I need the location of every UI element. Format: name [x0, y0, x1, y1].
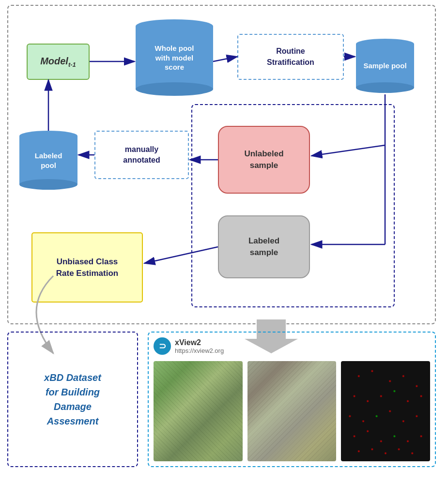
routine-label: Routine Stratification	[267, 46, 314, 68]
satellite-image-1	[154, 361, 243, 461]
bottom-section: xBD Dataset for Building Damage Assesmen…	[7, 332, 436, 479]
sample-pool-cylinder: Sample pool	[356, 39, 414, 93]
xview2-box: ⊃ xView2 https://xview2.org	[148, 332, 436, 467]
damage-map-image	[341, 361, 430, 461]
whole-pool-top	[136, 19, 213, 33]
routine-stratification-box: Routine Stratification	[237, 34, 344, 80]
whole-pool-body: Whole pool with model score	[136, 26, 213, 89]
diagram-container: Modelt-1 Whole pool with model score Sam…	[0, 0, 448, 485]
manually-label: manually annotated	[123, 144, 160, 166]
labeled-pool-body: Labeled pool	[19, 136, 77, 184]
xview2-logo-icon: ⊃	[159, 341, 166, 351]
unlabeled-sample-label: Unlabeled sample	[244, 148, 283, 171]
satellite-image-2	[247, 361, 337, 461]
labeled-sample-label: Labeled sample	[248, 235, 279, 258]
labeled-pool-bottom	[19, 179, 77, 190]
labeled-sample-box: Labeled sample	[218, 215, 310, 278]
xview2-title: xView2	[175, 338, 224, 347]
xview2-logo: ⊃	[154, 337, 171, 355]
sample-pool-bottom	[356, 82, 414, 93]
manually-annotated-box: manually annotated	[94, 131, 189, 179]
whole-pool-cylinder: Whole pool with model score	[136, 19, 213, 96]
model-label: Modelt-1	[40, 56, 76, 68]
whole-pool-label: Whole pool with model score	[140, 44, 208, 72]
unbiased-label: Unbiased Class Rate Estimation	[56, 256, 118, 279]
labeled-pool-cylinder: Labeled pool	[19, 131, 77, 190]
sample-pool-body: Sample pool	[356, 44, 414, 88]
unbiased-estimation-box: Unbiased Class Rate Estimation	[31, 232, 143, 303]
labeled-pool-label: Labeled pool	[22, 151, 75, 170]
labeled-pool-top	[19, 131, 77, 141]
xbd-dataset-box: xBD Dataset for Building Damage Assesmen…	[7, 332, 138, 467]
sample-pool-top	[356, 39, 414, 49]
xview2-images	[154, 361, 430, 461]
unlabeled-sample-box: Unlabeled sample	[218, 126, 310, 194]
xview2-url: https://xview2.org	[175, 347, 224, 354]
model-box: Modelt-1	[27, 44, 90, 80]
sample-pool-label: Sample pool	[358, 61, 412, 71]
xview2-title-block: xView2 https://xview2.org	[175, 338, 224, 354]
whole-pool-bottom	[136, 82, 213, 96]
xbd-label: xBD Dataset for Building Damage Assesmen…	[44, 370, 101, 428]
xview2-header: ⊃ xView2 https://xview2.org	[154, 337, 430, 355]
